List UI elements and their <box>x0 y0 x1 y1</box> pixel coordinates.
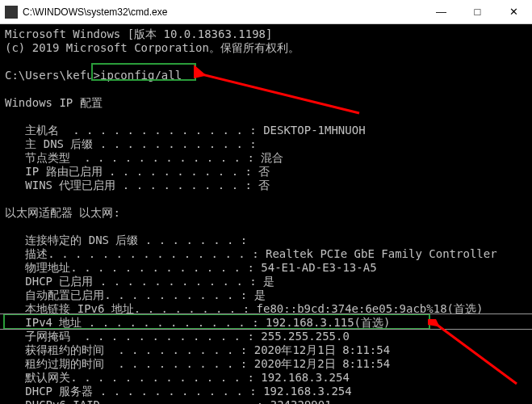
subnet-value: 255.255.255.0 <box>261 330 350 343</box>
mac-label: 物理地址. . . . . . . . . . . . . : <box>5 261 261 274</box>
subnet-label: 子网掩码 . . . . . . . . . . . . : <box>5 330 261 343</box>
window-title: C:\WINDOWS\system32\cmd.exe <box>23 6 423 18</box>
ip-routing-value: 否 <box>258 165 270 178</box>
dhcp-label: DHCP 已启用 . . . . . . . . . . . : <box>5 275 263 288</box>
ip-routing-label: IP 路由已启用 . . . . . . . . . . : <box>5 165 258 178</box>
wins-proxy-value: 否 <box>258 179 270 191</box>
svg-line-1 <box>202 74 359 113</box>
mac-value: 54-E1-AD-E3-13-A5 <box>261 261 376 274</box>
lease-obtained-value: 2020年12月1日 8:11:54 <box>254 343 390 356</box>
arrow-to-command <box>194 65 363 121</box>
maximize-button[interactable]: □ <box>459 0 496 24</box>
autoconfig-label: 自动配置已启用. . . . . . . . . . : <box>5 288 254 301</box>
highlight-ipv4 <box>3 314 430 330</box>
description-label: 描述. . . . . . . . . . . . . . . : <box>5 247 266 260</box>
node-type-label: 节点类型 . . . . . . . . . . . . : <box>5 151 261 164</box>
autoconfig-value: 是 <box>254 288 266 301</box>
cmd-window: C:\WINDOWS\system32\cmd.exe — □ ✕ Micros… <box>0 0 532 404</box>
lease-expires-label: 租约过期的时间 . . . . . . . . . : <box>5 357 254 370</box>
adapter-header: 以太网适配器 以太网: <box>5 206 120 219</box>
svg-line-3 <box>436 324 517 384</box>
hostname-label: 主机名 . . . . . . . . . . . . . : <box>5 124 263 137</box>
dhcp-value: 是 <box>263 275 274 288</box>
description-value: Realtek PCIe GbE Family Controller <box>266 247 497 260</box>
iaid-label: DHCPv6 IAID . . . . . . . . . . . : <box>5 398 270 404</box>
window-controls: — □ ✕ <box>423 0 532 24</box>
cmd-icon <box>5 6 18 19</box>
wins-proxy-label: WINS 代理已启用 . . . . . . . . . : <box>5 179 258 191</box>
dhcp-server-label: DHCP 服务器 . . . . . . . . . . . : <box>5 385 263 398</box>
arrow-to-ipv4 <box>428 319 525 392</box>
prompt: C:\Users\kefu> <box>5 69 100 82</box>
node-type-value: 混合 <box>261 151 283 164</box>
close-button[interactable]: ✕ <box>496 0 532 24</box>
lease-expires-value: 2020年12月2日 8:11:54 <box>254 357 390 370</box>
titlebar[interactable]: C:\WINDOWS\system32\cmd.exe — □ ✕ <box>0 0 532 24</box>
gateway-label: 默认网关. . . . . . . . . . . . . : <box>5 371 261 384</box>
copyright-line: (c) 2019 Microsoft Corporation。保留所有权利。 <box>5 41 300 54</box>
minimize-button[interactable]: — <box>423 0 459 24</box>
lease-obtained-label: 获得租约的时间 . . . . . . . . . : <box>5 343 254 356</box>
dns-suffix-label: 主 DNS 后缀 . . . . . . . . . . . : <box>5 137 257 150</box>
conn-dns-label: 连接特定的 DNS 后缀 . . . . . . . : <box>5 234 247 246</box>
ipconfig-header: Windows IP 配置 <box>5 96 103 109</box>
highlight-command <box>91 63 196 81</box>
gateway-value: 192.168.3.254 <box>261 371 350 384</box>
hostname-value: DESKTOP-1MHNUOH <box>263 124 365 137</box>
separator-above-ipv4 <box>0 314 532 314</box>
version-line: Microsoft Windows [版本 10.0.18363.1198] <box>5 27 272 40</box>
iaid-value: 324329901 <box>270 398 332 404</box>
dhcp-server-value: 192.168.3.254 <box>263 385 352 398</box>
